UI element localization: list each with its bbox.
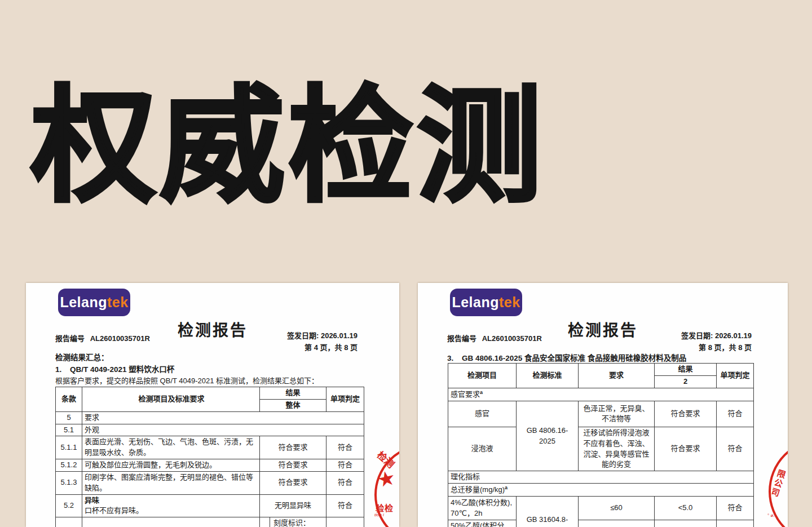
section-cell-text: 感官要求 bbox=[451, 390, 480, 398]
poster-canvas: 权威检测 Lelangtek 报告编号 AL26010035701R 检测报告 … bbox=[0, 0, 812, 527]
cell-item: 容量偏差 bbox=[82, 517, 260, 527]
section-title: QB/T 4049-2021 塑料饮水口杯 bbox=[70, 365, 174, 374]
cell-result: <5.0 bbox=[655, 497, 717, 520]
table-row: 浸泡液 迁移试验所得浸泡液不应有着色、浑浊、沉淀、异臭等感官性能的劣变 符合要求… bbox=[448, 427, 754, 471]
cell-requirement: 色泽正常，无异臭、不洁物等 bbox=[579, 401, 655, 427]
section-cell: 感官要求a bbox=[448, 388, 754, 401]
cell-clause: 5.1.1 bbox=[56, 436, 82, 459]
cell-result: 刻度标识：50ml 刻度偏差: -2.4% bbox=[270, 517, 326, 527]
table-section-row: 总迁移量(mg/kg)a bbox=[448, 484, 754, 497]
table-row: 容量偏差 A 刻度标识：50ml 刻度偏差: -2.4% 符合 bbox=[56, 517, 364, 527]
cell-item: 外观 bbox=[82, 424, 364, 436]
cell-result: 符合要求 bbox=[655, 427, 717, 471]
table-row: 5.1 外观 bbox=[56, 424, 364, 436]
header-clause: 条款 bbox=[56, 387, 82, 412]
results-table-left: 条款 检测项目及标准要求 结果 单项判定 整体 5 要求 5.1 外观 5.1.… bbox=[55, 387, 364, 527]
intro-text: 根据客户要求，提交的样品按照 QB/T 4049-2021 标准测试，检测结果汇… bbox=[55, 375, 319, 386]
logo-text-primary: Lelang bbox=[452, 294, 499, 311]
table-header-row: 检测项目 检测标准 要求 结果 单项判定 bbox=[448, 364, 754, 376]
red-seal-bottom-text: 验检 bbox=[376, 502, 394, 513]
cell-verdict: 符合 bbox=[717, 427, 754, 471]
cell-verdict: 符合 bbox=[326, 459, 364, 472]
table-row: 50%乙醇(体积分数), 70℃，2h ≤60 <5.0 符合 bbox=[448, 520, 754, 527]
header-result-sub: 2 bbox=[655, 375, 717, 388]
cell-item-line1: 异味 bbox=[85, 495, 257, 506]
header-item: 检测项目 bbox=[448, 364, 517, 388]
table-row: 5.1.2 可触及部位应光滑圆整，无毛刺及锐边。 符合要求 符合 bbox=[56, 459, 364, 472]
cell-clause: 5 bbox=[56, 411, 82, 424]
table-section-row: 理化指标 bbox=[448, 471, 754, 484]
red-seal-latin-text: tion i bbox=[374, 512, 384, 517]
table-row: 5.2 异味 口杯不应有异味。 无明显异味 符合 bbox=[56, 494, 364, 517]
cell-item-line1: 4%乙酸(体积分数), bbox=[451, 498, 514, 508]
table-row: 5 要求 bbox=[56, 411, 364, 424]
logo-text-accent: tek bbox=[499, 294, 520, 311]
table-row: 5.1.3 印刷字体、图案应清晰完整，无明显的褪色、错位等缺陷。 符合要求 符合 bbox=[56, 471, 364, 494]
section-heading: 1.QB/T 4049-2021 塑料饮水口杯 bbox=[55, 363, 174, 374]
lelangtek-logo: Lelangtek bbox=[58, 289, 130, 316]
cell-verdict: 符合 bbox=[717, 520, 754, 527]
cell-requirement: ≤60 bbox=[579, 497, 655, 520]
section-number: 1. bbox=[55, 365, 70, 374]
cell-item: 浸泡液 bbox=[448, 427, 517, 471]
red-seal-small-marks: ° ø. bbox=[767, 513, 775, 518]
header-result: 结果 bbox=[260, 387, 326, 400]
logo-text-primary: Lelang bbox=[60, 294, 107, 311]
cell-mark: A bbox=[260, 517, 270, 527]
header-item: 检测项目及标准要求 bbox=[82, 387, 260, 412]
cell-item: 4%乙酸(体积分数), 70℃，2h bbox=[448, 497, 517, 520]
cell-verdict: 符合 bbox=[326, 494, 364, 517]
lelangtek-logo: Lelangtek bbox=[450, 289, 522, 316]
header-result: 结果 bbox=[655, 364, 717, 376]
cell-standard: GB 31604.8-2021 bbox=[517, 497, 579, 527]
issue-date: 签发日期: 2026.01.19 bbox=[681, 330, 752, 342]
section-cell: 理化指标 bbox=[448, 471, 754, 484]
cell-result: <5.0 bbox=[655, 520, 717, 527]
section-number: 3. bbox=[447, 354, 462, 362]
cell-item: 要求 bbox=[82, 411, 364, 424]
cell-verdict: 符合 bbox=[326, 471, 364, 494]
table-row: 4%乙酸(体积分数), 70℃，2h GB 31604.8-2021 ≤60 <… bbox=[448, 497, 754, 520]
summary-heading: 检测结果汇总： bbox=[55, 351, 109, 362]
cell-item: 印刷字体、图案应清晰完整，无明显的褪色、错位等缺陷。 bbox=[82, 471, 260, 494]
table-section-row: 感官要求a bbox=[448, 388, 754, 401]
issue-block: 签发日期: 2026.01.19 第 4 页，共 8 页 bbox=[287, 330, 358, 354]
cell-verdict: 符合 bbox=[326, 517, 364, 527]
cell-result: 符合要求 bbox=[260, 436, 326, 459]
cell-result: 符合要求 bbox=[260, 471, 326, 494]
issue-date: 签发日期: 2026.01.19 bbox=[287, 330, 358, 342]
cell-item: 感官 bbox=[448, 401, 517, 427]
table-header-row: 条款 检测项目及标准要求 结果 单项判定 bbox=[56, 387, 364, 400]
cell-item: 异味 口杯不应有异味。 bbox=[82, 494, 260, 517]
header-verdict: 单项判定 bbox=[717, 364, 754, 388]
cell-clause: 5.1.2 bbox=[56, 459, 82, 472]
section-cell-text: 总迁移量(mg/kg) bbox=[451, 485, 505, 494]
cell-clause: 5.1.3 bbox=[56, 471, 82, 494]
cell-verdict: 符合 bbox=[717, 497, 754, 520]
cell-verdict: 符合 bbox=[326, 436, 364, 459]
footnote-marker: a bbox=[505, 485, 508, 490]
report-page-left: Lelangtek 报告编号 AL26010035701R 检测报告 签发日期:… bbox=[26, 283, 399, 527]
cell-requirement: 迁移试验所得浸泡液不应有着色、浑浊、沉淀、异臭等感官性能的劣变 bbox=[579, 427, 655, 471]
cell-clause bbox=[56, 517, 82, 527]
cell-standard: GB 4806.16-2025 bbox=[517, 401, 579, 471]
cell-result: 符合要求 bbox=[260, 459, 326, 472]
section-heading: 3.GB 4806.16-2025 食品安全国家标准 食品接触用硅橡胶材料及制品 bbox=[447, 352, 686, 363]
cell-requirement: ≤60 bbox=[579, 520, 655, 527]
page-info: 第 8 页，共 8 页 bbox=[681, 342, 752, 354]
section-cell: 总迁移量(mg/kg)a bbox=[448, 484, 754, 497]
cell-item-line1: 50%乙醇(体积分数), bbox=[451, 521, 514, 527]
cell-clause: 5.1 bbox=[56, 424, 82, 436]
header-standard: 检测标准 bbox=[517, 364, 579, 388]
header-result-sub: 整体 bbox=[260, 399, 326, 411]
page-info: 第 4 页，共 8 页 bbox=[287, 342, 358, 354]
cell-item-line2: 70℃，2h bbox=[451, 508, 514, 519]
cell-item: 表面应光滑、无划伤、飞边、气泡、色斑、污渍，无明显吸水纹、杂质。 bbox=[82, 436, 260, 459]
cell-verdict: 符合 bbox=[717, 401, 754, 427]
logo-text-accent: tek bbox=[107, 294, 129, 311]
cell-result: 符合要求 bbox=[655, 401, 717, 427]
table-row: 5.1.1 表面应光滑、无划伤、飞边、气泡、色斑、污渍，无明显吸水纹、杂质。 符… bbox=[56, 436, 364, 459]
footnote-marker: a bbox=[480, 389, 483, 395]
issue-block: 签发日期: 2026.01.19 第 8 页，共 8 页 bbox=[681, 330, 752, 354]
results-table-right: 检测项目 检测标准 要求 结果 单项判定 2 感官要求a 感官 GB 4806.… bbox=[448, 363, 754, 527]
